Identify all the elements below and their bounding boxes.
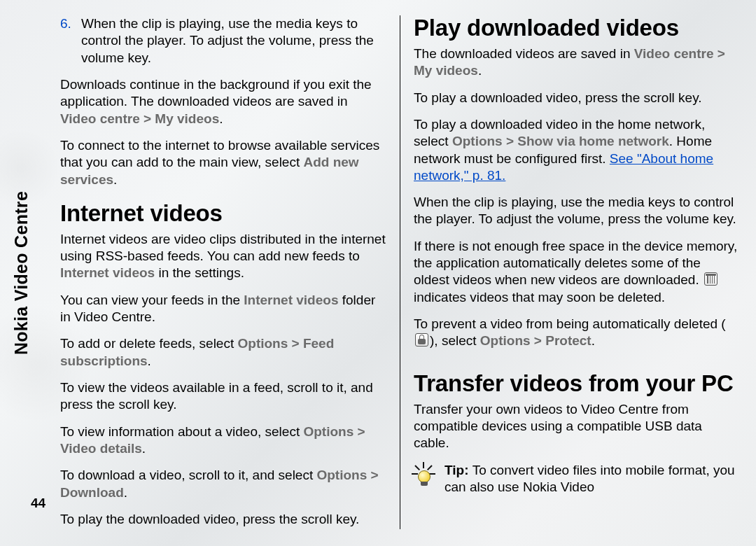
paragraph: To play a downloaded video in the home n… — [414, 116, 739, 184]
tip-label: Tip: — [444, 463, 472, 477]
paragraph: To view information about a video, selec… — [60, 424, 386, 458]
lock-icon — [415, 333, 428, 346]
paragraph: Transfer your own videos to Video Centre… — [414, 401, 739, 452]
heading-internet-videos: Internet videos — [60, 201, 386, 227]
tip-block: Tip: To convert video files into mobile … — [414, 462, 739, 496]
paragraph: You can view your feeds in the Internet … — [60, 292, 386, 326]
trash-icon — [704, 272, 718, 286]
paragraph: Internet videos are video clips distribu… — [60, 231, 386, 282]
paragraph: To download a video, scroll to it, and s… — [60, 467, 386, 501]
step-list: 6. When the clip is playing, use the med… — [60, 15, 386, 66]
paragraph: To connect to the internet to browse ava… — [60, 137, 386, 188]
paragraph: To add or delete feeds, select Options >… — [60, 335, 386, 370]
paragraph: To play a downloaded video, press the sc… — [414, 90, 739, 106]
sidebar: Nokia Video Centre — [0, 0, 42, 546]
page-content: 6. When the clip is playing, use the med… — [60, 15, 739, 529]
paragraph: Downloads continue in the background if … — [60, 76, 386, 127]
paragraph: To play the downloaded video, press the … — [60, 511, 386, 528]
paragraph: To prevent a video from being automatica… — [414, 316, 739, 350]
paragraph: When the clip is playing, use the media … — [414, 194, 739, 228]
tip-icon — [414, 463, 435, 489]
heading-transfer-videos: Transfer videos from your PC — [414, 371, 739, 397]
step-text: When the clip is playing, use the media … — [81, 16, 374, 65]
menu-path: Options > Show via home network — [452, 134, 669, 148]
paragraph: If there is not enough free space in the… — [414, 238, 739, 306]
step-item-6: 6. When the clip is playing, use the med… — [60, 15, 386, 66]
menu-path: Options > Protect — [480, 333, 592, 348]
section-label: Nokia Video Centre — [11, 191, 31, 355]
menu-path: Video centre > My videos — [60, 111, 219, 126]
step-number: 6. — [60, 15, 71, 32]
paragraph: The downloaded videos are saved in Video… — [414, 46, 739, 80]
heading-play-downloaded: Play downloaded videos — [414, 15, 739, 41]
tip-text: Tip: To convert video files into mobile … — [444, 462, 739, 496]
page-number: 44 — [31, 496, 46, 511]
paragraph: To view the videos available in a feed, … — [60, 379, 386, 414]
